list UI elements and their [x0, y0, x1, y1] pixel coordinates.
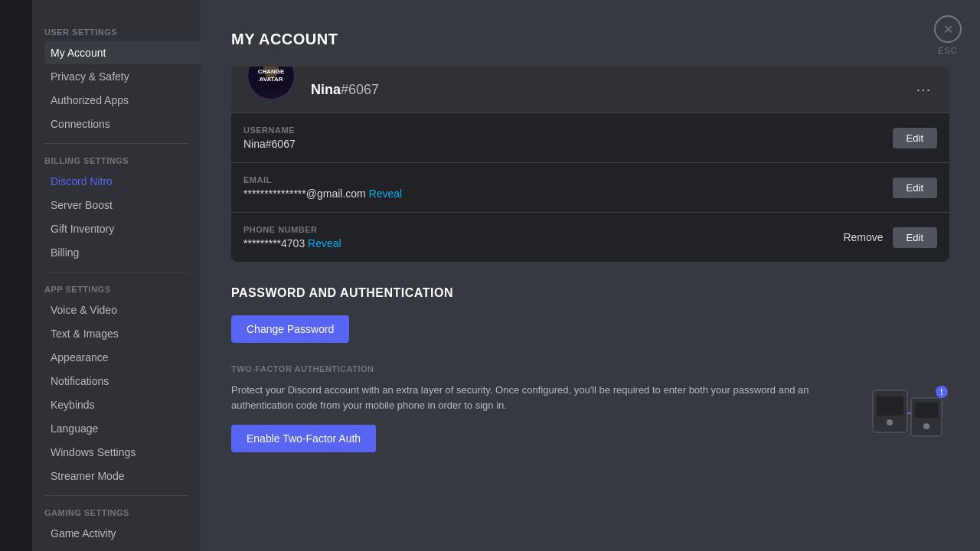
- sidebar-item-language[interactable]: Language: [44, 417, 201, 440]
- sidebar-item-notifications[interactable]: Notifications: [44, 370, 201, 393]
- phone-remove-link[interactable]: Remove: [843, 231, 883, 243]
- sidebar-item-keybinds[interactable]: Keybinds: [44, 393, 201, 416]
- sidebar-item-authorized-apps[interactable]: Authorized Apps: [44, 89, 201, 112]
- username-info: USERNAME Nina#6067: [243, 126, 296, 150]
- email-edit-button[interactable]: Edit: [893, 178, 937, 198]
- avatar-container[interactable]: CHANGEAVATAR: [243, 67, 299, 103]
- sidebar-item-connections[interactable]: Connections: [44, 112, 201, 135]
- phone-reveal-link[interactable]: Reveal: [308, 237, 341, 249]
- sidebar-item-streamer-mode[interactable]: Streamer Mode: [44, 465, 201, 487]
- sidebar: USER SETTINGS My Account Privacy & Safet…: [32, 0, 201, 551]
- discriminator-display: #6067: [341, 82, 379, 97]
- sidebar-item-server-boost[interactable]: Server Boost: [44, 194, 201, 217]
- sidebar-item-appearance[interactable]: Appearance: [44, 346, 201, 369]
- email-row: EMAIL ***************@gmail.com Reveal E…: [231, 163, 949, 213]
- two-factor-label: TWO-FACTOR AUTHENTICATION: [231, 364, 949, 373]
- esc-label: ESC: [938, 46, 958, 55]
- divider-3: [44, 495, 188, 496]
- phone-edit-button[interactable]: Edit: [893, 227, 937, 248]
- phone-info: PHONE NUMBER *********4703 Reveal: [243, 225, 341, 249]
- esc-button[interactable]: ✕ ESC: [934, 15, 962, 55]
- svg-point-5: [887, 419, 893, 425]
- email-actions: Edit: [893, 178, 937, 198]
- user-settings-label: USER SETTINGS: [44, 28, 201, 37]
- phone-actions: Remove Edit: [843, 227, 937, 248]
- gaming-settings-label: GAMING SETTINGS: [44, 508, 201, 517]
- two-factor-section: TWO-FACTOR AUTHENTICATION Protect your D…: [231, 364, 949, 471]
- change-password-button[interactable]: Change Password: [231, 315, 349, 343]
- two-factor-content: Protect your Discord account with an ext…: [231, 383, 949, 471]
- sidebar-item-discord-nitro[interactable]: Discord Nitro: [44, 170, 201, 193]
- profile-name: Nina#6067: [311, 82, 910, 98]
- username-actions: Edit: [893, 128, 937, 148]
- sidebar-item-privacy-safety[interactable]: Privacy & Safety: [44, 65, 201, 88]
- enable-2fa-button[interactable]: Enable Two-Factor Auth: [231, 425, 376, 452]
- email-info: EMAIL ***************@gmail.com Reveal: [243, 175, 402, 200]
- divider-2: [44, 272, 188, 272]
- sidebar-item-my-account[interactable]: My Account: [44, 41, 201, 64]
- username-label: USERNAME: [243, 126, 296, 135]
- sidebar-item-text-images[interactable]: Text & Images: [44, 322, 201, 345]
- sidebar-item-billing[interactable]: Billing: [44, 241, 201, 264]
- two-factor-text-area: Protect your Discord account with an ext…: [231, 383, 847, 471]
- sidebar-item-voice-video[interactable]: Voice & Video: [44, 298, 201, 321]
- password-section-title: PASSWORD AND AUTHENTICATION: [231, 286, 949, 300]
- username-edit-button[interactable]: Edit: [893, 128, 937, 148]
- sidebar-item-game-activity[interactable]: Game Activity: [44, 522, 201, 545]
- email-reveal-link[interactable]: Reveal: [369, 187, 403, 200]
- two-factor-description: Protect your Discord account with an ext…: [231, 383, 847, 412]
- phone-label: PHONE NUMBER: [243, 225, 341, 234]
- profile-card: CHANGEAVATAR Nina#6067 ⋯ USERNAME Nina#6…: [231, 67, 949, 262]
- billing-settings-label: BILLING SETTINGS: [44, 156, 201, 165]
- svg-text:!: !: [940, 388, 942, 396]
- sidebar-item-windows-settings[interactable]: Windows Settings: [44, 441, 201, 464]
- phone-value: *********4703 Reveal: [243, 237, 341, 249]
- svg-rect-4: [877, 396, 903, 416]
- phone-row: PHONE NUMBER *********4703 Reveal Remove…: [231, 213, 949, 262]
- username-row: USERNAME Nina#6067 Edit: [231, 113, 949, 163]
- username-value: Nina#6067: [243, 138, 296, 150]
- profile-menu-button[interactable]: ⋯: [910, 77, 937, 102]
- page-title: MY ACCOUNT: [231, 31, 949, 48]
- two-factor-illustration: !: [865, 383, 949, 440]
- app-settings-label: APP SETTINGS: [44, 285, 201, 294]
- svg-point-8: [923, 423, 929, 429]
- username-display: Nina: [311, 82, 341, 97]
- divider-1: [44, 143, 188, 144]
- email-value: ***************@gmail.com Reveal: [243, 187, 402, 200]
- main-content: MY ACCOUNT CHANGEAVATAR: [201, 0, 980, 551]
- esc-x-icon: ✕: [943, 22, 953, 37]
- email-label: EMAIL: [243, 175, 402, 184]
- change-avatar-text: CHANGEAVATAR: [258, 68, 285, 83]
- esc-circle[interactable]: ✕: [934, 15, 962, 43]
- profile-header: CHANGEAVATAR Nina#6067 ⋯: [231, 67, 949, 113]
- svg-rect-7: [915, 403, 938, 418]
- app-strip: [0, 0, 32, 551]
- sidebar-item-overlay[interactable]: Overlay: [44, 546, 201, 551]
- sidebar-item-gift-inventory[interactable]: Gift Inventory: [44, 217, 201, 240]
